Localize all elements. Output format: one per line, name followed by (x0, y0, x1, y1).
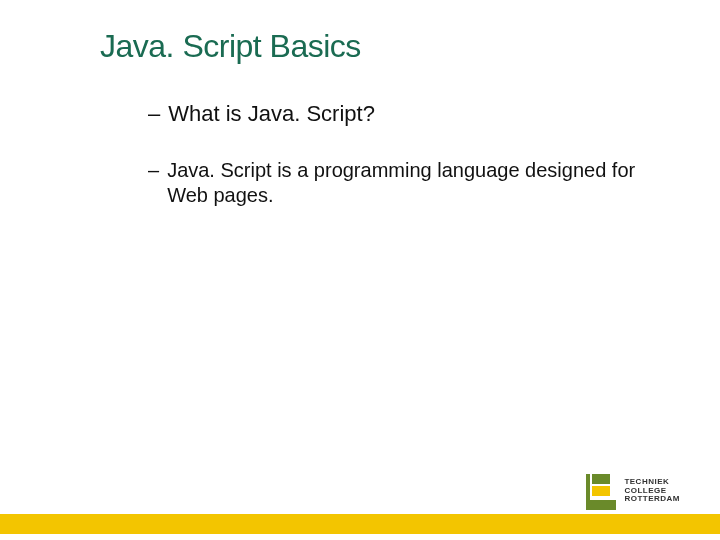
slide: Java. Script Basics – What is Java. Scri… (0, 0, 720, 540)
logo-line: ROTTERDAM (624, 495, 680, 504)
dash-icon: – (148, 100, 160, 128)
logo-mark-icon (586, 474, 616, 510)
bullet-list: – What is Java. Script? – Java. Script i… (148, 100, 648, 208)
bullet-text: What is Java. Script? (168, 100, 375, 128)
footer-logo: TECHNIEK COLLEGE ROTTERDAM (586, 474, 680, 510)
footer-bar (0, 514, 720, 534)
dash-icon: – (148, 158, 159, 183)
bullet-text: Java. Script is a programming language d… (167, 158, 648, 208)
logo-text: TECHNIEK COLLEGE ROTTERDAM (624, 478, 680, 506)
slide-title: Java. Script Basics (100, 28, 361, 65)
bullet-item: – Java. Script is a programming language… (148, 158, 648, 208)
bullet-item: – What is Java. Script? (148, 100, 648, 128)
